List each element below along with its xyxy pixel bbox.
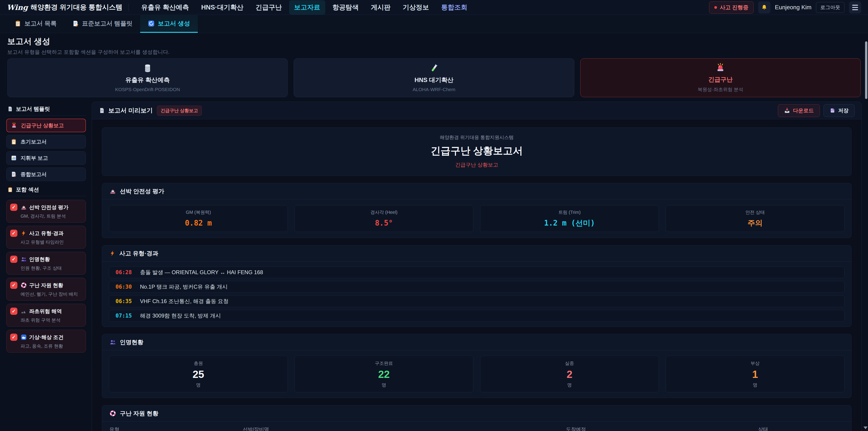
type-card-title: HNS 대기확산 xyxy=(414,76,454,84)
nav-item-reports[interactable]: 보고자료 xyxy=(289,0,325,15)
col-vessel-name: 선박/장비명 xyxy=(243,427,566,431)
casualty-injured: 부상 1 명 xyxy=(666,356,844,392)
timeline-event: 06:28 충돌 발생 — ORIENTAL GLORY ↔ HAI FENG … xyxy=(109,267,844,278)
section-item-casualties[interactable]: ✓ 인명현황 인원 현황, 구조 상태 xyxy=(6,252,86,275)
timeline-time: 07:15 xyxy=(116,313,132,319)
stat-heel: 경사각 (Heel) 8.5° xyxy=(294,205,473,232)
lightning-icon xyxy=(21,230,27,237)
section-item-desc: GM, 경사각, 트림 분석 xyxy=(21,213,82,219)
nav-item-air-search[interactable]: 항공탐색 xyxy=(328,0,364,15)
section-header: 선박 안전성 평가 xyxy=(102,183,851,199)
tab-standard-templates[interactable]: 표준보고서 템플릿 xyxy=(64,15,141,33)
timeline-text: No.1P 탱크 파공, 벙커C유 유출 개시 xyxy=(140,283,228,290)
document-subtitle: 긴급구난 상황보고 xyxy=(102,162,851,168)
resources-table: 유형 선박/장비명 도착예정 상태 xyxy=(102,422,851,431)
tab-label: 보고서 목록 xyxy=(24,20,57,28)
wave-icon xyxy=(21,334,27,340)
section-item-vessel-safety[interactable]: ✓ 선박 안전성 평가 GM, 경사각, 트림 분석 xyxy=(6,200,86,223)
nav-item-oil-spill[interactable]: 유출유 확산예측 xyxy=(136,0,194,15)
save-label: 저장 xyxy=(838,107,848,114)
scrollbar-down-arrow[interactable] xyxy=(864,427,868,429)
section-item-title: 기상·해상 조건 xyxy=(29,334,64,341)
casualty-rescued: 구조완료 22 명 xyxy=(294,356,473,392)
section-item-weather-sea[interactable]: ✓ 기상·해상 조건 파고, 풍속, 조류 현황 xyxy=(6,330,86,352)
logout-button[interactable]: 로그아웃 xyxy=(816,2,844,13)
download-button[interactable]: 다운로드 xyxy=(778,104,820,117)
navbar-right: 사고 진행중 Eunjeong Kim 로그아웃 xyxy=(709,1,861,13)
nav-item-rescue[interactable]: 긴급구난 xyxy=(251,0,287,15)
section-header: 인명현황 xyxy=(102,334,851,350)
timeline-time: 06:28 xyxy=(116,269,132,276)
checkbox-checked[interactable]: ✓ xyxy=(10,204,18,211)
alert-dot-icon xyxy=(714,6,717,9)
nav-item-board[interactable]: 게시판 xyxy=(366,0,396,15)
checkbox-checked[interactable]: ✓ xyxy=(10,334,18,341)
tab-report-list[interactable]: 보고서 목록 xyxy=(7,15,64,33)
type-card-hns[interactable]: HNS 대기확산 ALOHA·WRF-Chem xyxy=(293,58,574,97)
ship-icon xyxy=(21,204,27,210)
type-card-rescue[interactable]: 긴급구난 복원성·좌초위험 분석 xyxy=(580,58,861,97)
stat-label: GM (복원력) xyxy=(109,210,287,215)
template-item-emergency-report[interactable]: 긴급구난 상황보고 xyxy=(6,119,86,132)
timeline-text: 해경 3009함 현장 도착, 방제 개시 xyxy=(140,312,221,319)
sections-header-label: 포함 섹션 xyxy=(16,186,39,193)
nav-item-integrated-search[interactable]: 통합조회 xyxy=(436,0,472,15)
sections-header: 포함 섹션 xyxy=(6,182,86,196)
section-item-title: 좌초위험 해역 xyxy=(29,308,62,315)
section-item-rescue-resources[interactable]: ✓ 구난 자원 현황 예인선, 헬기, 구난 장비 배치 xyxy=(6,278,86,301)
download-label: 다운로드 xyxy=(793,107,814,114)
resources-table-header: 유형 선박/장비명 도착예정 상태 xyxy=(110,427,844,431)
type-card-subtitle: ALOHA·WRF-Chem xyxy=(412,87,455,92)
section-item-desc: 사고 유형별 타임라인 xyxy=(21,239,82,245)
page-subtitle: 보고서 유형을 선택하고 포함할 섹션을 구성하여 보고서를 생성합니다. xyxy=(7,49,861,55)
template-item-initial-report[interactable]: 초기보고서 xyxy=(6,135,86,149)
section-title: 구난 자원 현황 xyxy=(120,410,158,417)
content-row: 보고서 템플릿 긴급구난 상황보고 초기보고서 xyxy=(0,102,868,431)
save-button[interactable]: 저장 xyxy=(824,104,855,117)
section-title: 사고 유형·경과 xyxy=(119,250,158,257)
timeline-event: 07:15 해경 3009함 현장 도착, 방제 개시 xyxy=(109,310,844,321)
tab-label: 표준보고서 템플릿 xyxy=(82,20,133,28)
stat-value: 1.2 m (선미) xyxy=(480,219,659,227)
page-scrollbar xyxy=(864,33,868,431)
document-title-card: 해양환경 위기대응 통합지원시스템 긴급구난 상황보고서 긴급구난 상황보고 xyxy=(102,127,851,176)
tab-report-generate[interactable]: 보고서 생성 xyxy=(140,15,198,33)
section-casualties: 인명현황 총원 25 명 구조완료 22 명 xyxy=(102,334,851,398)
nav-item-hns[interactable]: HNS·대기확산 xyxy=(196,0,248,15)
test-tube-icon xyxy=(429,63,439,73)
memo-icon xyxy=(72,20,79,27)
stat-value: 0.82 m xyxy=(109,219,287,227)
checkbox-checked[interactable]: ✓ xyxy=(10,256,18,263)
section-item-grounding-risk[interactable]: ✓ 좌초위험 해역 좌초 위험 구역 분석 xyxy=(6,304,86,327)
nav-item-weather[interactable]: 기상정보 xyxy=(398,0,434,15)
section-item-title: 구난 자원 현황 xyxy=(29,282,63,289)
notifications-button[interactable] xyxy=(758,1,770,13)
section-item-desc: 좌초 위험 구역 분석 xyxy=(21,317,82,323)
menu-button[interactable] xyxy=(849,1,861,13)
checkbox-checked[interactable]: ✓ xyxy=(10,308,18,315)
siren-icon xyxy=(11,122,17,129)
template-item-comprehensive-report[interactable]: 종합보고서 xyxy=(6,167,86,181)
section-header: 구난 자원 현황 xyxy=(102,405,851,422)
casualty-total: 총원 25 명 xyxy=(109,356,288,392)
stat-value: 주의 xyxy=(666,219,844,227)
siren-icon xyxy=(715,63,725,73)
type-card-title: 긴급구난 xyxy=(708,75,733,84)
checkbox-checked[interactable]: ✓ xyxy=(10,229,18,237)
section-item-incident-timeline[interactable]: ✓ 사고 유형·경과 사고 유형별 타임라인 xyxy=(6,226,86,249)
preview-actions: 다운로드 저장 xyxy=(778,104,855,117)
sidebar: 보고서 템플릿 긴급구난 상황보고 초기보고서 xyxy=(6,102,86,356)
templates-header-label: 보고서 템플릿 xyxy=(16,105,50,113)
type-card-oil-spill[interactable]: 유출유 확산예측 KOSPS·OpenDrift·POSEIDON xyxy=(7,58,288,97)
type-card-subtitle: KOSPS·OpenDrift·POSEIDON xyxy=(115,87,180,92)
section-title: 인명현황 xyxy=(120,339,143,345)
report-document: 해양환경 위기대응 통합지원시스템 긴급구난 상황보고서 긴급구난 상황보고 선… xyxy=(92,119,862,431)
stat-unit: 명 xyxy=(109,382,287,388)
template-item-label: 종합보고서 xyxy=(21,171,46,178)
checkbox-checked[interactable]: ✓ xyxy=(10,282,18,289)
preview-title: 보고서 미리보기 xyxy=(99,106,153,115)
incident-status-badge: 사고 진행중 xyxy=(709,1,754,13)
scrollbar-thumb[interactable] xyxy=(865,41,867,99)
template-item-command-report[interactable]: 지휘부 보고 xyxy=(6,151,86,165)
nav-divider xyxy=(128,4,129,11)
